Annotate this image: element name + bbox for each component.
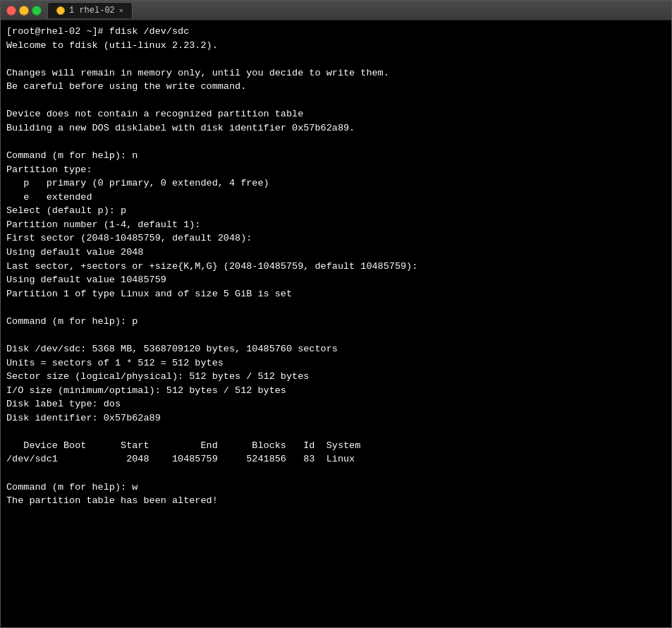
title-bar: 1 rhel-02 ✕ [1, 1, 671, 20]
window-frame: 1 rhel-02 ✕ [root@rhel-02 ~]# fdisk /dev… [0, 0, 672, 628]
minimize-button[interactable] [19, 6, 29, 16]
terminal-output: [root@rhel-02 ~]# fdisk /dev/sdc Welcome… [6, 25, 666, 508]
maximize-button[interactable] [32, 6, 42, 16]
terminal-body[interactable]: [root@rhel-02 ~]# fdisk /dev/sdc Welcome… [1, 20, 671, 627]
tab-icon [56, 6, 65, 15]
title-bar-buttons [6, 6, 42, 16]
terminal-tab[interactable]: 1 rhel-02 ✕ [47, 2, 133, 18]
close-button[interactable] [6, 6, 16, 16]
tab-close-icon[interactable]: ✕ [119, 6, 123, 15]
tab-label: 1 rhel-02 [69, 6, 115, 16]
tab-area: 1 rhel-02 ✕ [47, 2, 133, 18]
